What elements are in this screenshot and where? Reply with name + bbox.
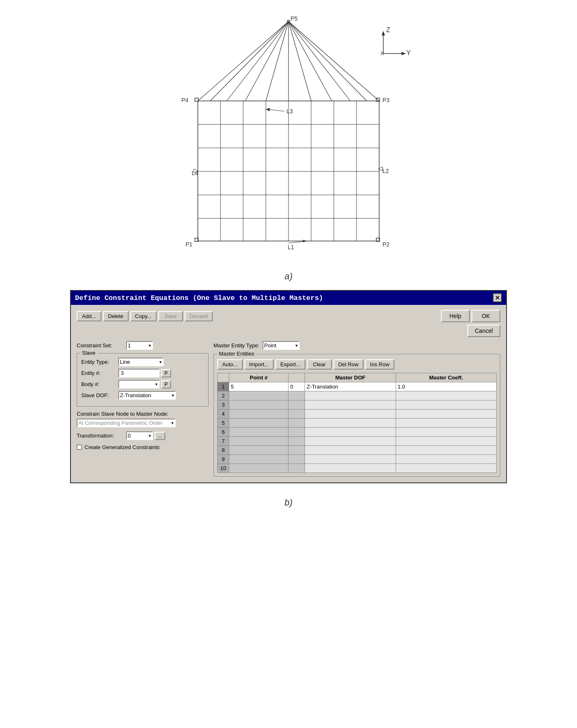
constraint-set-select[interactable]: 1 xyxy=(126,341,153,350)
help-button[interactable]: Help xyxy=(441,310,470,322)
table-row[interactable]: 5 xyxy=(218,419,497,428)
copy-button[interactable]: Copy... xyxy=(130,311,157,321)
constrain-label: Constrain Slave Node to Master Node: xyxy=(77,411,209,417)
master-dof-cell[interactable] xyxy=(305,410,396,419)
point-num-cell[interactable] xyxy=(229,464,288,473)
slave-group-box: Slave Entity Type: Line xyxy=(77,353,209,407)
point-num-cell[interactable] xyxy=(229,455,288,464)
entity-type-select-wrapper: Line xyxy=(118,358,164,366)
diagram-canvas: Z Y X P5 xyxy=(144,12,433,268)
point-num-cell[interactable] xyxy=(229,428,288,437)
body-num-row: Body #: P xyxy=(81,380,204,389)
master-coeff-cell[interactable] xyxy=(396,446,496,455)
master-dof-cell[interactable] xyxy=(305,428,396,437)
constraint-set-select-wrapper: 1 xyxy=(126,341,153,350)
table-row[interactable]: 6 xyxy=(218,428,497,437)
table-row[interactable]: 2 xyxy=(218,391,497,400)
form-columns: Constraint Set: 1 Slave Entity Type: xyxy=(77,341,500,477)
master-entities-table: Point # Master DOF Master Coeff. 150Z-Tr… xyxy=(217,373,497,473)
diagram-label-a: a) xyxy=(284,271,293,282)
import-button[interactable]: Import... xyxy=(244,359,274,370)
master-entity-type-label: Master Entity Type: xyxy=(213,342,259,349)
point-num-cell[interactable] xyxy=(229,437,288,446)
body-num-label: Body #: xyxy=(81,381,118,387)
point-num-cell[interactable] xyxy=(229,446,288,455)
col3-cell xyxy=(288,391,305,400)
col-header-master-coeff: Master Coeff. xyxy=(396,373,496,382)
master-coeff-cell[interactable] xyxy=(396,391,496,400)
export-button[interactable]: Export... xyxy=(275,359,305,370)
constraint-set-label: Constraint Set: xyxy=(77,342,126,349)
master-coeff-cell[interactable]: 1.0 xyxy=(396,382,496,391)
master-dof-cell[interactable] xyxy=(305,464,396,473)
master-coeff-cell[interactable] xyxy=(396,437,496,446)
master-dof-cell[interactable]: Z-Translation xyxy=(305,382,396,391)
master-dof-cell[interactable] xyxy=(305,419,396,428)
master-coeff-cell[interactable] xyxy=(396,410,496,419)
point-num-cell[interactable]: 5 xyxy=(229,382,288,391)
table-row[interactable]: 4 xyxy=(218,410,497,419)
generalized-constraints-checkbox[interactable] xyxy=(77,445,82,450)
master-dof-cell[interactable] xyxy=(305,400,396,410)
row-number-cell: 8 xyxy=(218,446,229,455)
delete-button[interactable]: Delete xyxy=(103,311,129,321)
master-dof-cell[interactable] xyxy=(305,446,396,455)
svg-text:L3: L3 xyxy=(286,108,293,115)
master-coeff-cell[interactable] xyxy=(396,464,496,473)
clear-button[interactable]: Clear xyxy=(307,359,332,370)
del-row-button[interactable]: Del Row xyxy=(333,359,364,370)
auto-button[interactable]: Auto... xyxy=(217,359,243,370)
row-number-cell: 6 xyxy=(218,428,229,437)
transformation-select[interactable]: 0 xyxy=(126,431,153,440)
dialog-close-button[interactable]: ✕ xyxy=(493,293,502,302)
slave-dof-row: Slave DOF: Z-Translation xyxy=(81,391,204,400)
constrain-select[interactable]: At Corresponding Parametric Order xyxy=(77,419,176,427)
master-coeff-cell[interactable] xyxy=(396,428,496,437)
save-button[interactable]: Save xyxy=(158,311,183,321)
dialog-wrapper: Define Constraint Equations (One Slave t… xyxy=(0,286,577,492)
entity-num-p-button[interactable]: P xyxy=(161,369,171,377)
body-select[interactable] xyxy=(118,380,159,389)
col3-cell xyxy=(288,464,305,473)
col3-cell: 0 xyxy=(288,382,305,391)
transformation-dots-button[interactable]: ... xyxy=(155,432,165,440)
master-dof-cell[interactable] xyxy=(305,437,396,446)
add-button[interactable]: Add... xyxy=(77,311,101,321)
table-row[interactable]: 9 xyxy=(218,455,497,464)
ok-button[interactable]: OK xyxy=(471,310,500,322)
master-coeff-cell[interactable] xyxy=(396,400,496,410)
table-row[interactable]: 8 xyxy=(218,446,497,455)
entity-type-select[interactable]: Line xyxy=(118,358,164,366)
table-row[interactable]: 3 xyxy=(218,400,497,410)
col3-cell xyxy=(288,446,305,455)
col3-cell xyxy=(288,419,305,428)
checkbox-row: Create Generalized Constraints xyxy=(77,444,209,450)
master-entity-type-select[interactable]: Point xyxy=(263,341,300,350)
master-dof-cell[interactable] xyxy=(305,455,396,464)
svg-text:P1: P1 xyxy=(185,241,192,248)
point-num-cell[interactable] xyxy=(229,410,288,419)
body-select-wrapper xyxy=(118,380,159,389)
table-row[interactable]: 150Z-Translation1.0 xyxy=(218,382,497,391)
point-num-cell[interactable] xyxy=(229,400,288,410)
col-header-point: Point # xyxy=(229,373,288,382)
body-p-button[interactable]: P xyxy=(161,380,171,389)
point-num-cell[interactable] xyxy=(229,419,288,428)
slave-dof-select[interactable]: Z-Translation xyxy=(118,391,176,400)
master-coeff-cell[interactable] xyxy=(396,455,496,464)
table-row[interactable]: 10 xyxy=(218,464,497,473)
transformation-select-wrapper: 0 xyxy=(126,431,153,440)
master-dof-cell[interactable] xyxy=(305,391,396,400)
ins-row-button[interactable]: Ins Row xyxy=(365,359,394,370)
entity-num-input[interactable] xyxy=(118,369,159,377)
svg-text:Y: Y xyxy=(406,49,411,56)
diagram-area: Z Y X P5 xyxy=(0,0,577,286)
master-toolbar: Auto... Import... Export... Clear Del Ro… xyxy=(217,359,497,370)
point-num-cell[interactable] xyxy=(229,391,288,400)
row-number-cell: 3 xyxy=(218,400,229,410)
cancel-button[interactable]: Cancel xyxy=(467,325,500,337)
discard-button[interactable]: Discard xyxy=(185,311,213,321)
entity-type-row: Entity Type: Line xyxy=(81,358,204,366)
table-row[interactable]: 7 xyxy=(218,437,497,446)
master-coeff-cell[interactable] xyxy=(396,419,496,428)
